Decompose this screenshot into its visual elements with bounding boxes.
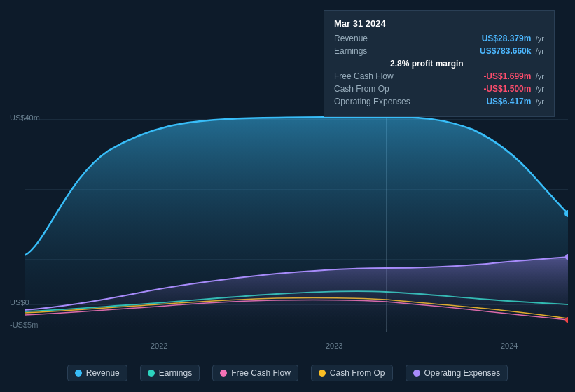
profit-margin-label: profit margin <box>412 59 464 69</box>
legend-item-revenue[interactable]: Revenue <box>67 365 127 382</box>
legend-label-revenue: Revenue <box>86 368 120 378</box>
legend-dot-opex <box>413 370 420 377</box>
tooltip-value-fcf: -US$1.699m <box>483 71 531 81</box>
profit-margin-value: 2.8% <box>390 59 409 69</box>
legend-item-opex[interactable]: Operating Expenses <box>406 365 508 382</box>
legend-item-cfo[interactable]: Cash From Op <box>311 365 393 382</box>
tooltip-row-cfo: Cash From Op -US$1.500m /yr <box>334 84 544 94</box>
tooltip-label-cfo: Cash From Op <box>334 84 389 94</box>
tooltip-value-opex: US$6.417m <box>486 97 531 106</box>
legend-label-earnings: Earnings <box>159 368 192 378</box>
tooltip-value-revenue: US$28.379m <box>482 34 532 43</box>
tooltip-label-opex: Operating Expenses <box>334 97 410 106</box>
legend-item-fcf[interactable]: Free Cash Flow <box>212 365 298 382</box>
legend-label-opex: Operating Expenses <box>424 368 501 378</box>
legend-label-fcf: Free Cash Flow <box>231 368 291 378</box>
x-label-2024: 2024 <box>501 342 518 350</box>
tooltip-unit-fcf: /yr <box>536 72 544 80</box>
legend-dot-cfo <box>319 370 326 377</box>
chart-legend: Revenue Earnings Free Cash Flow Cash Fro… <box>0 365 575 382</box>
tooltip-label-earnings: Earnings <box>334 46 367 56</box>
tooltip-label-revenue: Revenue <box>334 34 368 43</box>
legend-item-earnings[interactable]: Earnings <box>140 365 200 382</box>
tooltip-row-earnings: Earnings US$783.660k /yr <box>334 46 544 56</box>
tooltip-panel: Mar 31 2024 Revenue US$28.379m /yr Earni… <box>324 10 555 117</box>
tooltip-unit-cfo: /yr <box>536 85 544 93</box>
tooltip-row-opex: Operating Expenses US$6.417m /yr <box>334 97 544 106</box>
tooltip-label-fcf: Free Cash Flow <box>334 71 394 81</box>
tooltip-value-cfo: -US$1.500m <box>483 84 531 94</box>
tooltip-row-revenue: Revenue US$28.379m /yr <box>334 34 544 43</box>
chart-container: Mar 31 2024 Revenue US$28.379m /yr Earni… <box>0 0 575 392</box>
tooltip-row-fcf: Free Cash Flow -US$1.699m /yr <box>334 71 544 81</box>
chart-svg <box>25 108 568 329</box>
x-label-2023: 2023 <box>326 342 342 350</box>
legend-dot-earnings <box>148 370 155 377</box>
tooltip-unit-revenue: /yr <box>536 34 544 43</box>
legend-dot-fcf <box>220 370 227 377</box>
tooltip-unit-opex: /yr <box>536 97 544 106</box>
legend-dot-revenue <box>75 370 82 377</box>
profit-margin-row: 2.8% profit margin <box>334 59 544 69</box>
tooltip-title: Mar 31 2024 <box>334 18 544 29</box>
legend-label-cfo: Cash From Op <box>330 368 385 378</box>
tooltip-value-earnings: US$783.660k <box>480 46 531 56</box>
tooltip-unit-earnings: /yr <box>536 47 544 55</box>
x-label-2022: 2022 <box>151 342 167 350</box>
